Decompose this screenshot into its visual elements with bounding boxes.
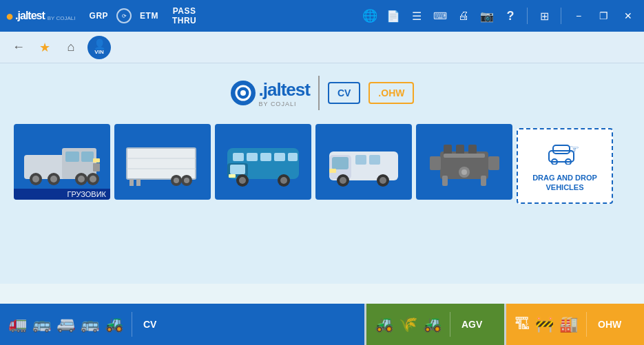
svg-rect-5 (65, 151, 79, 162)
bottom-agv-tractor-icon[interactable]: 🚜 (375, 315, 393, 333)
svg-rect-31 (274, 153, 285, 161)
list-icon[interactable]: ☰ (407, 10, 426, 23)
bottom-section-agv: 🚜 🌾 🚜 AGV (366, 304, 504, 345)
keyboard-icon[interactable]: ⌨ (430, 10, 450, 21)
brand-header: .jaltest BY COJALI CV .OHW (14, 76, 630, 110)
vehicle-card-bus[interactable] (215, 124, 311, 200)
vehicle-card-van[interactable] (315, 124, 412, 200)
svg-point-8 (32, 176, 39, 182)
svg-rect-6 (81, 151, 94, 162)
svg-rect-52 (456, 145, 464, 155)
back-button[interactable]: ← (8, 37, 29, 58)
bottom-cv-truck-icon[interactable]: 🚛 (8, 315, 27, 333)
svg-rect-19 (129, 179, 134, 186)
jaltest-logo-icon (230, 80, 256, 106)
etm-circle-icon: ⟳ (116, 8, 132, 23)
svg-rect-43 (355, 155, 366, 165)
svg-point-22 (174, 178, 179, 183)
bottom-ohw-loader-icon[interactable]: 🚧 (535, 315, 554, 333)
svg-rect-62 (553, 145, 570, 154)
bottom-ohw-forklift-icon[interactable]: 🏭 (559, 315, 578, 333)
restore-button[interactable]: ❐ (593, 6, 614, 26)
svg-point-57 (461, 169, 467, 175)
svg-rect-42 (332, 157, 349, 169)
truck-label: ГРУЗОВИК (14, 189, 110, 200)
svg-rect-28 (233, 153, 244, 161)
bottom-agv-sprayer-icon[interactable]: 🚜 (423, 315, 442, 333)
top-nav-bar: ● .jaltest BY COJALI GRP ⟳ ETM PASSTHRU … (0, 0, 644, 32)
ohw-label[interactable]: OHW (598, 319, 621, 330)
globe-icon[interactable]: 🌐 (360, 8, 380, 23)
van-image (322, 134, 405, 189)
svg-rect-39 (229, 174, 236, 178)
svg-point-36 (239, 177, 246, 184)
vehicle-card-engine[interactable] (416, 124, 512, 200)
print-icon[interactable]: 🖨 (454, 10, 473, 22)
vehicle-card-truck[interactable]: ГРУЗОВИК (14, 124, 110, 200)
svg-point-10 (50, 176, 57, 182)
help-icon[interactable]: ? (501, 9, 520, 23)
bottom-ohw-excavator-icon[interactable]: 🏗 (515, 315, 530, 333)
home-button[interactable]: ⌂ (61, 37, 81, 58)
vehicle-card-trailer[interactable] (114, 124, 211, 200)
svg-rect-53 (468, 145, 477, 155)
svg-rect-32 (288, 153, 298, 161)
drag-drop-label: DRAG AND DROP VEHICLES (532, 173, 597, 193)
svg-point-38 (280, 177, 287, 184)
minimize-button[interactable]: − (568, 6, 589, 26)
svg-rect-54 (430, 156, 441, 170)
truck-image (21, 134, 103, 189)
second-nav-bar: ← ★ ⌂ 👤 VIN (0, 32, 644, 63)
drag-drop-card[interactable]: ☞ DRAG AND DROP VEHICLES (517, 128, 613, 204)
nav-passthru[interactable]: PASSTHRU (167, 3, 202, 29)
document-icon[interactable]: 📄 (384, 10, 403, 23)
svg-rect-34 (230, 165, 245, 174)
nav-separator (527, 8, 528, 24)
grid-icon[interactable]: ⊞ (534, 10, 554, 23)
svg-rect-59 (481, 176, 486, 186)
svg-rect-60 (444, 154, 485, 158)
logo-sub: BY COJALI (48, 15, 76, 21)
agv-label[interactable]: AGV (461, 319, 482, 330)
bottom-agv-combine-icon[interactable]: 🌾 (399, 315, 417, 333)
bus-image (222, 134, 304, 189)
nav-grp[interactable]: GRP (84, 8, 114, 23)
close-button[interactable]: ✕ (618, 6, 638, 26)
bottom-cv-van-icon[interactable]: 🚌 (81, 315, 99, 333)
nav-icon-group: 🌐 📄 ☰ ⌨ 🖨 📷 ? ⊞ − ❐ ✕ (360, 6, 638, 26)
main-content: .jaltest BY COJALI CV .OHW (0, 63, 644, 284)
cv-separator (132, 312, 132, 337)
bottom-bar: 🚛 🚌 🚐 🚌 🚜 CV 🚜 🌾 🚜 AGV 🏗 🚧 🏭 OHW (0, 304, 644, 345)
favorites-button[interactable]: ★ (34, 37, 55, 58)
brand-name: .jaltest (259, 79, 310, 100)
svg-point-14 (90, 176, 96, 182)
app-logo: ● .jaltest BY COJALI (6, 8, 76, 24)
svg-rect-51 (444, 145, 452, 155)
svg-point-2 (240, 90, 246, 96)
svg-point-48 (380, 177, 386, 184)
brand-logo: .jaltest BY COJALI (230, 79, 310, 107)
car-with-cursor-icon: ☞ (548, 140, 582, 165)
nav-etm[interactable]: ETM (134, 8, 164, 23)
badge-cv[interactable]: CV (328, 82, 360, 104)
nav-etm-group: ⟳ ETM (116, 8, 164, 23)
camera-icon[interactable]: 📷 (477, 10, 497, 23)
engine-image (423, 134, 506, 189)
brand-divider (318, 76, 320, 110)
svg-point-12 (78, 176, 85, 182)
svg-text:☞: ☞ (568, 143, 579, 156)
trailer-image (121, 134, 204, 189)
bottom-cv-trailer-icon[interactable]: 🚌 (32, 315, 51, 333)
bottom-cv-special-icon[interactable]: 🚜 (105, 315, 123, 333)
svg-rect-55 (488, 156, 499, 170)
bottom-cv-bus-icon[interactable]: 🚐 (56, 315, 75, 333)
vin-button[interactable]: 👤 VIN (87, 35, 112, 60)
svg-rect-29 (247, 153, 258, 161)
bottom-section-cv: 🚛 🚌 🚐 🚌 🚜 CV (0, 304, 364, 345)
svg-rect-30 (260, 153, 271, 161)
cv-label[interactable]: CV (143, 319, 156, 330)
svg-rect-17 (127, 148, 196, 179)
svg-rect-44 (369, 155, 380, 165)
drag-drop-icon: ☞ (548, 140, 582, 167)
badge-ohw[interactable]: .OHW (368, 82, 414, 104)
